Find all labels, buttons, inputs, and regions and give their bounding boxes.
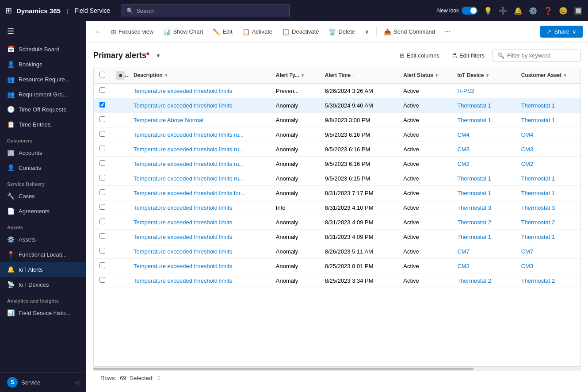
iot-device-header[interactable]: IoT Device▼	[453, 67, 516, 84]
sidebar-item-functional-locati[interactable]: 📍 Functional Locati...	[0, 247, 86, 262]
activate-button[interactable]: 📋 Activate	[238, 26, 277, 38]
more-button[interactable]: ∨	[360, 26, 374, 37]
sidebar-item-agreements[interactable]: 📄 Agreements	[0, 204, 86, 219]
sidebar-item-assets[interactable]: ⚙️ Assets	[0, 232, 86, 247]
row-checkbox-cell[interactable]	[94, 84, 111, 98]
customer-asset-cell[interactable]: Thermostat 1	[517, 171, 580, 186]
row-checkbox-cell[interactable]	[94, 142, 111, 157]
apps-icon[interactable]: 🔲	[574, 7, 583, 15]
customer-asset-link[interactable]: Thermostat 1	[521, 117, 555, 123]
customer-asset-link[interactable]: CM3	[521, 263, 533, 269]
customer-asset-cell[interactable]	[517, 84, 580, 98]
iot-device-link[interactable]: Thermostat 1	[457, 175, 491, 182]
sidebar-item-time-off[interactable]: 🕐 Time Off Requests	[0, 102, 86, 117]
row-checkbox-cell[interactable]	[94, 244, 111, 259]
description-cell[interactable]: Temperature exceeded threshold limits ru…	[129, 127, 271, 142]
row-checkbox-cell[interactable]	[94, 171, 111, 186]
customer-asset-cell[interactable]: CM7	[517, 244, 580, 259]
iot-device-cell[interactable]: Thermostat 2	[453, 215, 516, 230]
customer-asset-link[interactable]: CM3	[521, 146, 533, 153]
description-link[interactable]: Temperature exceeded threshold limits ru…	[134, 146, 244, 153]
row-checkbox[interactable]	[99, 116, 105, 122]
send-command-button[interactable]: 📤 Send Command	[379, 26, 439, 38]
new-look-switch[interactable]	[462, 7, 477, 15]
description-link[interactable]: Temperature exceeded threshold limits	[134, 277, 232, 284]
iot-device-cell[interactable]: Thermostat 1	[453, 186, 516, 200]
iot-device-link[interactable]: CM3	[457, 146, 469, 153]
customer-asset-link[interactable]: Thermostat 3	[521, 204, 555, 211]
select-all-header[interactable]	[94, 67, 111, 84]
row-checkbox[interactable]	[99, 189, 105, 195]
sidebar-item-contacts[interactable]: 👤 Contacts	[0, 160, 86, 175]
row-checkbox[interactable]	[99, 219, 105, 224]
description-cell[interactable]: Temperature exceeded threshold limits	[129, 98, 271, 113]
sidebar-item-accounts[interactable]: 🏢 Accounts	[0, 145, 86, 160]
description-cell[interactable]: Temperature exceeded threshold limits fo…	[129, 186, 271, 200]
back-button[interactable]: ←	[92, 26, 106, 38]
customer-asset-cell[interactable]: Thermostat 1	[517, 186, 580, 200]
sidebar-item-bookings[interactable]: 👤 Bookings	[0, 57, 86, 72]
customer-asset-cell[interactable]: Thermostat 2	[517, 215, 580, 230]
iot-device-cell[interactable]: Thermostat 3	[453, 200, 516, 215]
row-checkbox[interactable]	[99, 102, 105, 108]
settings-icon[interactable]: ⚙️	[529, 7, 538, 15]
row-checkbox-cell[interactable]	[94, 215, 111, 230]
sidebar-item-iot-devices[interactable]: 📡 IoT Devices	[0, 277, 86, 292]
iot-device-cell[interactable]: CM2	[453, 157, 516, 171]
customer-asset-cell[interactable]: CM4	[517, 127, 580, 142]
sidebar-item-cases[interactable]: 🔧 Cases	[0, 188, 86, 204]
filter-input-container[interactable]: 🔍	[493, 50, 581, 61]
help-icon[interactable]: ❓	[544, 7, 553, 15]
title-dropdown-arrow[interactable]: ▼	[156, 53, 161, 59]
edit-columns-button[interactable]: ⊞ Edit columns	[395, 50, 444, 61]
description-cell[interactable]: Temperature Above Normal	[129, 113, 271, 127]
customer-asset-link[interactable]: Thermostat 1	[521, 234, 555, 240]
iot-device-link[interactable]: Thermostat 1	[457, 190, 491, 196]
description-link[interactable]: Temperature exceeded threshold limits ru…	[134, 161, 244, 167]
row-checkbox-cell[interactable]	[94, 230, 111, 244]
customer-asset-cell[interactable]: CM3	[517, 259, 580, 273]
row-checkbox[interactable]	[99, 87, 105, 93]
description-cell[interactable]: Temperature exceeded threshold limits	[129, 215, 271, 230]
customer-asset-link[interactable]: CM4	[521, 131, 533, 138]
search-input[interactable]	[136, 8, 285, 14]
description-link[interactable]: Temperature exceeded threshold limits ru…	[134, 175, 244, 182]
row-checkbox-cell[interactable]	[94, 200, 111, 215]
iot-device-link[interactable]: Thermostat 2	[457, 277, 491, 284]
description-cell[interactable]: Temperature exceeded threshold limits	[129, 230, 271, 244]
row-checkbox-cell[interactable]	[94, 273, 111, 288]
row-checkbox[interactable]	[99, 175, 105, 181]
customer-asset-cell[interactable]: Thermostat 1	[517, 113, 580, 127]
iot-device-link[interactable]: CM7	[457, 248, 469, 255]
customer-asset-link[interactable]: Thermostat 1	[521, 102, 555, 109]
row-checkbox-cell[interactable]	[94, 259, 111, 273]
description-link[interactable]: Temperature exceeded threshold limits	[134, 234, 232, 240]
customer-asset-cell[interactable]: Thermostat 1	[517, 98, 580, 113]
iot-device-link[interactable]: Thermostat 3	[457, 204, 491, 211]
customer-asset-cell[interactable]: CM3	[517, 142, 580, 157]
customer-asset-link[interactable]: CM7	[521, 248, 533, 255]
share-button[interactable]: ↗ Share ∨	[540, 26, 583, 38]
description-link[interactable]: Temperature exceeded threshold limits	[134, 102, 232, 109]
iot-device-cell[interactable]: Thermostat 1	[453, 230, 516, 244]
delete-button[interactable]: 🗑️ Delete	[324, 26, 359, 38]
sidebar-item-field-service-histo[interactable]: 📊 Field Service histo...	[0, 305, 86, 320]
horizontal-scrollbar[interactable]	[93, 366, 581, 371]
row-checkbox[interactable]	[99, 131, 105, 137]
sidebar-item-iot-alerts[interactable]: 🔔 IoT Alerts	[0, 262, 86, 277]
description-link[interactable]: Temperature exceeded threshold limits	[134, 88, 232, 94]
iot-device-link[interactable]: CM3	[457, 263, 469, 269]
row-checkbox[interactable]	[99, 204, 105, 210]
description-link[interactable]: Temperature exceeded threshold limits	[134, 219, 232, 226]
lightbulb-icon[interactable]: 💡	[484, 7, 493, 15]
description-cell[interactable]: Temperature exceeded threshold limits ru…	[129, 157, 271, 171]
row-checkbox-cell[interactable]	[94, 127, 111, 142]
customer-asset-link[interactable]: Thermostat 1	[521, 190, 555, 196]
description-link[interactable]: Temperature exceeded threshold limits	[134, 248, 232, 255]
iot-device-link[interactable]: CM2	[457, 161, 469, 167]
show-chart-button[interactable]: 📊 Show Chart	[159, 26, 207, 38]
description-header[interactable]: Description▼	[129, 67, 271, 84]
iot-device-cell[interactable]: Thermostat 1	[453, 171, 516, 186]
col-header-icon[interactable]: ⊞	[116, 71, 125, 80]
customer-asset-link[interactable]: CM2	[521, 161, 533, 167]
